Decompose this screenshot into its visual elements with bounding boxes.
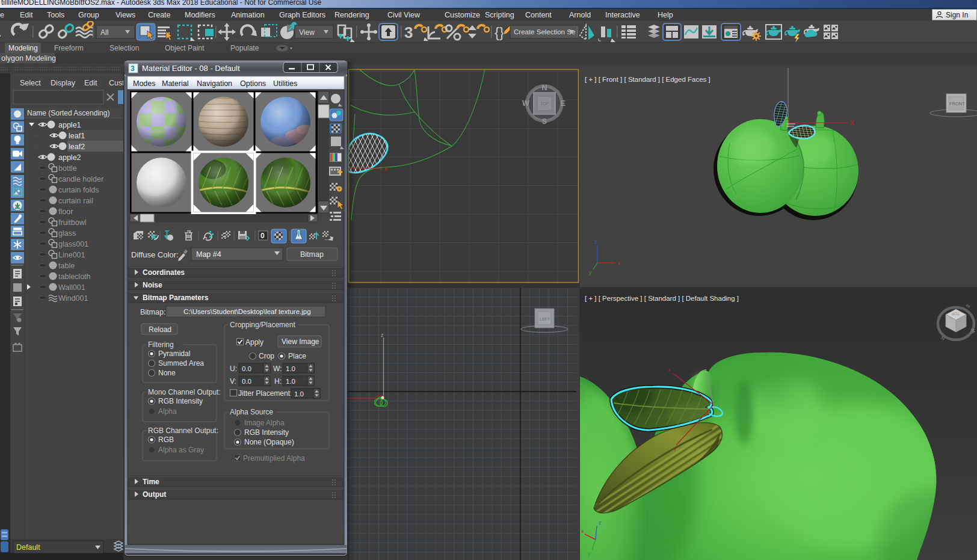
svg-text:Noise: Noise	[143, 281, 162, 289]
svg-text:H:: H:	[274, 377, 282, 386]
svg-text:fruitbowl: fruitbowl	[58, 218, 87, 227]
svg-text:Coordinates: Coordinates	[143, 268, 185, 277]
svg-text:Filtering: Filtering	[148, 340, 174, 349]
svg-text:E: E	[561, 99, 566, 108]
svg-text:Edit: Edit	[84, 79, 97, 87]
svg-text:Name (Sorted Ascending): Name (Sorted Ascending)	[27, 109, 109, 117]
svg-text:x: x	[581, 528, 584, 534]
svg-text:Material Editor - 08 - Default: Material Editor - 08 - Default	[142, 64, 240, 73]
svg-text:Navigation: Navigation	[197, 79, 232, 88]
svg-text:Cropping/Placement: Cropping/Placement	[230, 321, 295, 329]
svg-text:N: N	[541, 84, 547, 92]
svg-text:x: x	[617, 260, 620, 266]
svg-text:None: None	[158, 369, 176, 377]
svg-text:table: table	[58, 262, 75, 270]
svg-text:1.0: 1.0	[286, 365, 295, 372]
svg-text:U:: U:	[230, 365, 237, 373]
svg-text:Line001: Line001	[58, 251, 85, 259]
svg-text:3: 3	[404, 23, 413, 42]
svg-text:RGB Intensity: RGB Intensity	[158, 397, 203, 405]
svg-text:Output: Output	[143, 490, 166, 499]
svg-text:Cust: Cust	[109, 79, 123, 87]
svg-text:curtain rail: curtain rail	[58, 197, 93, 205]
svg-text:Select: Select	[20, 79, 41, 87]
svg-text:V:: V:	[230, 377, 236, 386]
svg-text:Summed Area: Summed Area	[158, 359, 204, 368]
svg-text:Material: Material	[162, 79, 188, 88]
svg-text:Utilities: Utilities	[273, 79, 297, 88]
svg-text:glass001: glass001	[58, 240, 88, 248]
svg-text:Bitmap: Bitmap	[300, 250, 324, 259]
svg-text:x: x	[668, 367, 671, 373]
svg-text:[ + ] [ Perspective ] [ Standa: [ + ] [ Perspective ] [ Standard ] [ Def…	[585, 295, 739, 302]
svg-text:z: z	[599, 520, 602, 526]
svg-text:tablecloth: tablecloth	[58, 272, 91, 281]
svg-text:Jitter Placement:: Jitter Placement:	[238, 389, 292, 398]
svg-text:RGB Intensity: RGB Intensity	[244, 428, 289, 437]
svg-text:C:\Users\Student\Desktop\leaf: C:\Users\Student\Desktop\leaf texture.jp…	[183, 308, 311, 315]
svg-text:1.0: 1.0	[294, 390, 304, 398]
svg-text:TOP: TOP	[952, 312, 960, 316]
svg-text:0.0: 0.0	[242, 365, 251, 372]
svg-text:z: z	[704, 368, 707, 374]
svg-text:LEFT: LEFT	[540, 317, 550, 321]
svg-text:W: W	[522, 99, 529, 108]
svg-text:leaf1: leaf1	[69, 132, 85, 140]
svg-text:FRONT: FRONT	[949, 101, 965, 106]
svg-text:Mono Channel Output:: Mono Channel Output:	[148, 388, 221, 396]
svg-text:Place: Place	[288, 352, 306, 360]
svg-text:Apply: Apply	[245, 338, 264, 346]
svg-text:Wall001: Wall001	[58, 283, 85, 292]
svg-text:y: y	[588, 551, 591, 557]
svg-text:z: z	[381, 332, 384, 338]
svg-text:W:: W:	[273, 365, 282, 373]
svg-text:z: z	[594, 239, 597, 245]
svg-text:leaf2: leaf2	[69, 143, 85, 151]
svg-text:Display: Display	[51, 79, 76, 87]
svg-text:Default: Default	[16, 543, 40, 552]
svg-text:Image Alpha: Image Alpha	[244, 419, 285, 427]
svg-text:Pyramidal: Pyramidal	[158, 349, 190, 358]
svg-text:{}: {}	[495, 24, 504, 40]
svg-text:Premultiplied Alpha: Premultiplied Alpha	[243, 454, 305, 463]
svg-text:Alpha Source: Alpha Source	[230, 408, 273, 416]
svg-text:3: 3	[131, 64, 135, 73]
svg-text:apple1: apple1	[58, 121, 81, 129]
svg-text:[ + ] [ Front ] [ Standard ] [: [ + ] [ Front ] [ Standard ] [ Edged Fac…	[585, 76, 710, 83]
svg-text:floor: floor	[58, 208, 73, 216]
svg-text:0.0: 0.0	[242, 378, 251, 385]
svg-text:Time: Time	[143, 478, 159, 486]
svg-text:apple2: apple2	[58, 153, 81, 162]
svg-text:Alpha as Gray: Alpha as Gray	[158, 446, 204, 454]
svg-text:Bitmap:: Bitmap:	[140, 308, 165, 316]
svg-text:Bitmap Parameters: Bitmap Parameters	[143, 294, 209, 302]
svg-text:S: S	[542, 117, 547, 126]
svg-text:Diffuse Color:: Diffuse Color:	[131, 250, 179, 259]
svg-text:All: All	[100, 28, 108, 37]
svg-text:bottle: bottle	[58, 164, 77, 173]
svg-text:TOP: TOP	[540, 102, 549, 106]
svg-text:0: 0	[260, 232, 265, 240]
svg-text:View: View	[299, 28, 315, 37]
svg-text:x: x	[384, 166, 387, 172]
svg-text:Wind001: Wind001	[58, 294, 88, 303]
svg-text:y: y	[589, 269, 592, 275]
svg-text:curtain folds: curtain folds	[58, 186, 99, 194]
svg-text:Options: Options	[240, 79, 266, 88]
svg-text:RGB Channel Output:: RGB Channel Output:	[148, 426, 218, 435]
svg-text:glass: glass	[58, 229, 76, 238]
svg-text:1.0: 1.0	[286, 378, 295, 385]
svg-text:Crop: Crop	[259, 352, 274, 360]
svg-text:X: X	[850, 120, 854, 126]
svg-text:Create Selection Se: Create Selection Se	[514, 28, 575, 35]
svg-text:Map #4: Map #4	[196, 250, 221, 259]
svg-text:View Image: View Image	[282, 337, 319, 346]
svg-text:Alpha: Alpha	[158, 407, 177, 416]
svg-text:Y: Y	[673, 446, 677, 452]
svg-text:None (Opaque): None (Opaque)	[244, 438, 294, 446]
svg-text:Reload: Reload	[149, 325, 171, 334]
svg-text:candle holder: candle holder	[58, 175, 103, 183]
svg-text:Modes: Modes	[133, 79, 156, 88]
svg-text:RGB: RGB	[158, 435, 174, 444]
